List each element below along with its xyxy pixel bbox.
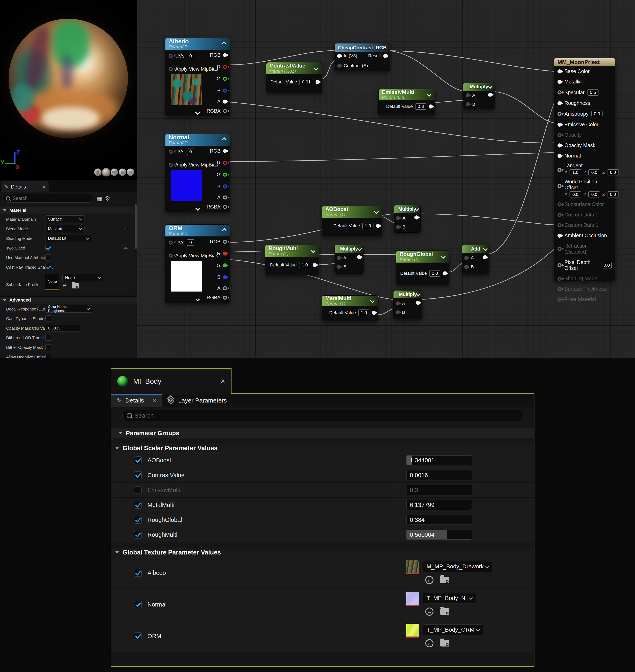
- dither-opacity-mask-checkbox[interactable]: [45, 344, 51, 350]
- pin-a[interactable]: [337, 256, 341, 260]
- texture-thumbnail[interactable]: [406, 592, 419, 606]
- collapse-icon[interactable]: [416, 292, 421, 297]
- blend-mode-dropdown[interactable]: Masked: [45, 225, 84, 232]
- node-rough-multi[interactable]: RoughMulti Param (1) 1.0 Default Value: [265, 245, 319, 276]
- pin-contrast-s[interactable]: [337, 64, 341, 68]
- cast-ray-traced-checkbox[interactable]: [45, 264, 51, 270]
- pin-emissive-color[interactable]: [557, 123, 562, 127]
- material-domain-dropdown[interactable]: Surface: [45, 215, 84, 223]
- param-checkbox[interactable]: [134, 456, 142, 464]
- expand-icon[interactable]: [195, 206, 200, 211]
- details-search-input[interactable]: Search: [3, 194, 93, 202]
- pin-output[interactable]: [372, 311, 376, 315]
- node-mm-moonpriest[interactable]: MM_MoonPriest Base Color Metallic Specul…: [554, 58, 615, 281]
- node-contrast-value[interactable]: ContrastValue Param (0.01) 0.01 Default …: [266, 62, 322, 93]
- pin-b[interactable]: [223, 185, 227, 189]
- pin-b[interactable]: [466, 102, 470, 106]
- pin-anisotropy[interactable]: [557, 112, 562, 116]
- pin-output[interactable]: [376, 224, 380, 228]
- tangent-y[interactable]: 0.0: [588, 169, 600, 175]
- pin-mipbias[interactable]: [169, 163, 173, 167]
- pin-output[interactable]: [313, 263, 317, 267]
- param-checkbox[interactable]: [134, 569, 142, 577]
- node-add[interactable]: Add A B: [462, 245, 489, 275]
- cylinder-preview-icon[interactable]: [94, 169, 102, 176]
- instance-search-input[interactable]: Search: [123, 410, 523, 421]
- pin-custom-data-0[interactable]: [557, 213, 562, 217]
- display-filter-icon[interactable]: ▦: [96, 195, 102, 202]
- tab-layer-parameters[interactable]: Layer Parameters: [162, 394, 232, 407]
- pin-refraction[interactable]: [557, 247, 562, 251]
- pin-b[interactable]: [223, 89, 227, 93]
- pin-output[interactable]: [488, 93, 492, 97]
- mesh-preview-icon[interactable]: [127, 169, 134, 176]
- pin-rgb[interactable]: [223, 149, 227, 153]
- revert-icon[interactable]: ↩: [124, 225, 129, 232]
- close-icon[interactable]: ×: [153, 397, 156, 404]
- pin-output[interactable]: [414, 215, 418, 219]
- dithered-lod-checkbox[interactable]: [45, 334, 51, 341]
- default-value[interactable]: 1.0: [299, 262, 310, 268]
- param-value-input[interactable]: 1.344001: [406, 455, 472, 465]
- node-metal-multi[interactable]: MetalMulti Param (1) 1.0 Default Value: [322, 296, 378, 321]
- pin-a[interactable]: [223, 100, 227, 104]
- texture-values-header[interactable]: Global Texture Parameter Values: [111, 548, 534, 557]
- texture-asset-dropdown[interactable]: T_MP_Body_N: [423, 593, 476, 604]
- node-cheap-contrast[interactable]: CheapContrast_RGB In (V3) Result Contras…: [334, 43, 390, 71]
- node-normal[interactable]: Normal Param2D UVs0 Apply View MipBias R…: [165, 134, 230, 212]
- pin-uvs[interactable]: [169, 54, 173, 58]
- scalar-values-header[interactable]: Global Scalar Parameter Values: [111, 443, 534, 453]
- pin-result[interactable]: [383, 54, 387, 58]
- pin-a[interactable]: [396, 216, 400, 220]
- opacity-mask-clip-input[interactable]: 0.3333: [45, 325, 80, 331]
- node-ao-boost[interactable]: AOBoost Param (1) 1.0 Default Value: [322, 205, 382, 236]
- browse-asset-icon[interactable]: [440, 640, 449, 647]
- close-icon[interactable]: ×: [221, 377, 225, 386]
- use-selected-asset-icon[interactable]: ←: [425, 576, 434, 584]
- material-preview-viewport[interactable]: Z Y X: [0, 0, 137, 179]
- close-icon[interactable]: ×: [43, 184, 46, 190]
- pin-base-color[interactable]: [557, 69, 562, 73]
- pin-b[interactable]: [396, 225, 400, 229]
- pin-g[interactable]: [223, 173, 227, 177]
- pin-world-position-offset[interactable]: [557, 184, 562, 188]
- pin-a[interactable]: [466, 93, 470, 97]
- browse-asset-icon[interactable]: [440, 577, 449, 583]
- param-checkbox[interactable]: [134, 501, 142, 509]
- pin-r[interactable]: [223, 252, 227, 256]
- param-value-slider[interactable]: 0.560004: [406, 530, 472, 540]
- subsurface-profile-thumbnail[interactable]: None: [45, 274, 59, 290]
- default-value[interactable]: 1.0: [362, 222, 373, 229]
- param-checkbox[interactable]: [134, 486, 142, 494]
- pin-value[interactable]: 0.0: [601, 262, 612, 268]
- param-checkbox[interactable]: [134, 632, 142, 640]
- pin-b[interactable]: [223, 275, 227, 279]
- pin-opacity[interactable]: [557, 133, 562, 137]
- pin-output[interactable]: [315, 80, 320, 84]
- pin-roughness[interactable]: [557, 101, 562, 105]
- pin-r[interactable]: [223, 161, 227, 165]
- pin-output[interactable]: [443, 271, 447, 276]
- uvs-value[interactable]: 0: [187, 149, 194, 155]
- texture-asset-dropdown[interactable]: M_MP_Body_Drework: [423, 561, 492, 572]
- param-checkbox[interactable]: [134, 471, 142, 479]
- param-value-input[interactable]: 0.0016: [406, 470, 472, 480]
- section-material[interactable]: Material: [0, 207, 137, 214]
- pin-r[interactable]: [223, 65, 227, 69]
- wpo-y[interactable]: 0.0: [588, 191, 600, 197]
- texture-thumbnail[interactable]: [406, 624, 419, 637]
- pin-rgb[interactable]: [223, 53, 227, 57]
- pin-uvs[interactable]: [169, 150, 173, 154]
- sphere-preview-icon[interactable]: [103, 169, 110, 176]
- pin-b[interactable]: [337, 265, 341, 269]
- pin-custom-data-1[interactable]: [557, 223, 562, 227]
- pin-ambient-occlusion[interactable]: [557, 234, 562, 238]
- pin-opacity-mask[interactable]: [557, 144, 562, 148]
- details-scrollbar[interactable]: [135, 204, 137, 249]
- decal-response-dropdown[interactable]: Color Normal Roughness: [45, 305, 92, 312]
- uvs-value[interactable]: 0: [187, 239, 194, 246]
- pin-mipbias[interactable]: [169, 67, 173, 71]
- node-orm[interactable]: ORM Param2D UVs0 Apply View MipBias RGB …: [165, 224, 230, 303]
- pin-metallic[interactable]: [557, 80, 562, 84]
- tangent-z[interactable]: 0.0: [607, 169, 619, 175]
